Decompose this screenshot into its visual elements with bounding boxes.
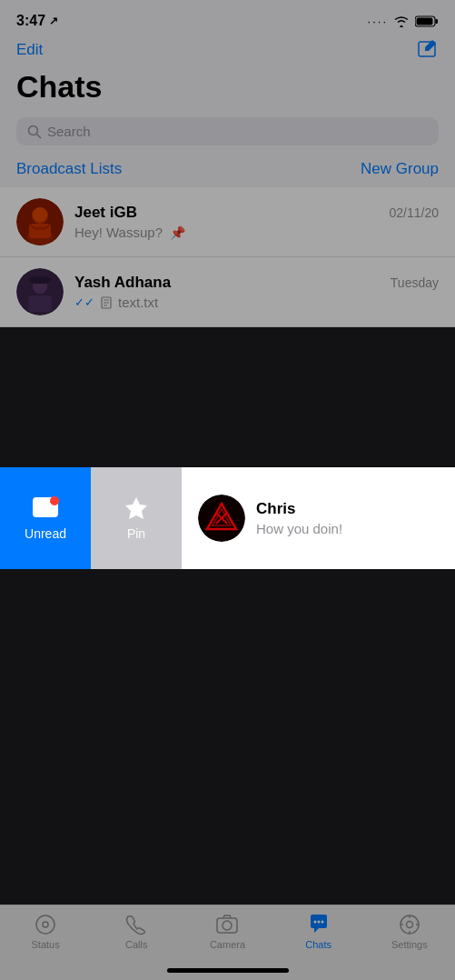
chat-item-chris[interactable]: Chris How you doin!	[182, 467, 455, 569]
pin-action[interactable]: Pin	[91, 467, 182, 569]
pin-action-label: Pin	[127, 526, 145, 541]
unread-action-label: Unread	[25, 526, 66, 541]
chat-info-chris: Chris How you doin!	[256, 500, 439, 536]
home-indicator	[167, 968, 289, 973]
unread-action[interactable]: Unread	[0, 467, 91, 569]
dark-overlay-top	[0, 0, 455, 467]
svg-point-19	[52, 498, 58, 505]
chat-unread-icon	[31, 495, 60, 523]
dark-overlay-bottom	[0, 569, 455, 980]
swipe-reveal-row: Unread Pin Chris How	[0, 467, 455, 569]
pin-action-icon	[124, 495, 149, 523]
chat-preview-chris: How you doin!	[256, 521, 342, 536]
chat-name-chris: Chris	[256, 500, 295, 518]
avatar-chris	[198, 495, 245, 542]
